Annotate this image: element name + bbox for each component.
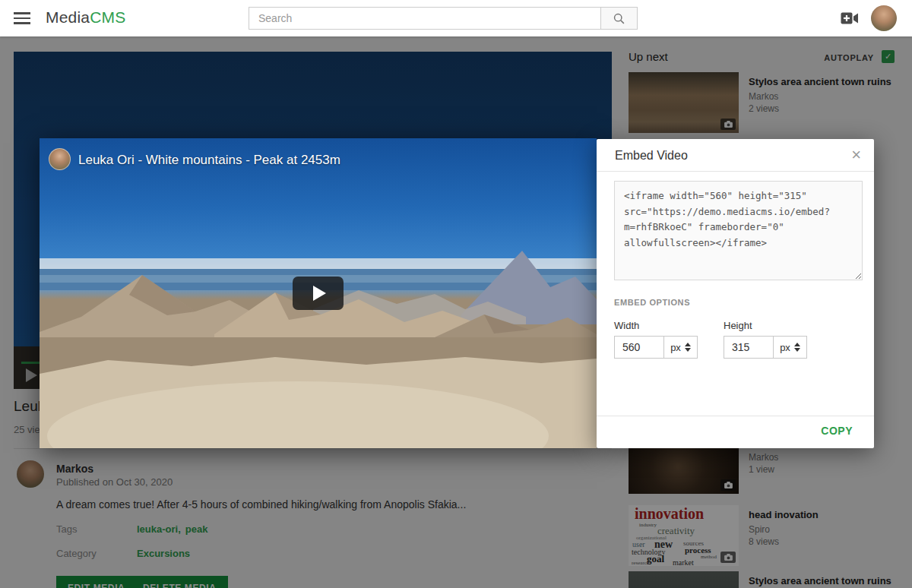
width-input[interactable] [614,336,664,359]
preview-video-title: Leuka Ori - White mountains - Peak at 24… [78,153,340,168]
spinner-arrows-icon [794,343,800,352]
unit-label: px [780,342,790,353]
divider [597,171,874,172]
video-camera-icon [841,11,859,25]
upload-video-button[interactable] [841,11,859,25]
height-input[interactable] [724,336,774,359]
search-button[interactable] [601,7,638,30]
divider [597,416,874,416]
embed-code-textarea[interactable]: <iframe width="560" height="315" src="ht… [614,181,863,280]
search-input[interactable] [249,7,601,30]
preview-author-avatar [49,148,71,170]
mediacms-logo[interactable]: MediaCMS [46,8,125,27]
top-navbar: MediaCMS [0,0,912,36]
width-unit-select[interactable]: px [663,336,698,359]
hamburger-menu-icon[interactable] [14,12,30,24]
unit-label: px [670,342,681,353]
search-icon [613,12,625,25]
mediacms-page: MediaCMS Leuka Ori - White mountai [0,0,912,588]
height-unit-select[interactable]: px [773,336,807,359]
play-icon [313,286,326,301]
height-label: Height [724,320,807,331]
user-avatar[interactable] [871,5,897,31]
embed-options-label: EMBED OPTIONS [614,298,690,307]
embed-preview-player[interactable]: Leuka Ori - White mountains - Peak at 24… [40,138,597,448]
modal-title: Embed Video [615,149,688,163]
height-option-group: Height px [724,320,807,359]
spinner-arrows-icon [685,343,691,352]
search-bar [249,7,638,30]
close-icon[interactable]: × [851,145,861,165]
width-option-group: Width px [614,320,698,359]
embed-video-modal: Embed Video × <iframe width="560" height… [597,139,874,448]
preview-play-button[interactable] [293,277,344,310]
width-label: Width [614,320,698,331]
copy-button[interactable]: COPY [821,425,853,437]
